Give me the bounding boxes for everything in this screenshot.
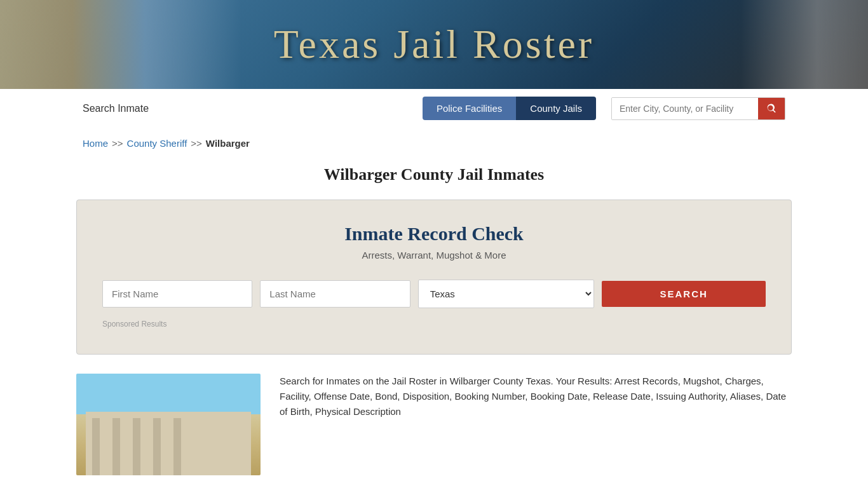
record-check-subtitle: Arrests, Warrant, Mugshot & More [102, 250, 766, 261]
breadcrumb-county-sheriff-link[interactable]: County Sheriff [127, 138, 187, 149]
record-check-box: Inmate Record Check Arrests, Warrant, Mu… [76, 200, 792, 355]
bottom-section: Search for Inmates on the Jail Roster in… [0, 355, 868, 488]
building-columns [92, 418, 245, 475]
page-title: Wilbarger County Jail Inmates [0, 159, 868, 200]
nav-buttons: Police Facilities County Jails [423, 97, 596, 120]
breadcrumb-current: Wilbarger [206, 138, 250, 149]
facility-search-button[interactable] [758, 98, 785, 119]
sponsored-results-label: Sponsored Results [102, 320, 766, 329]
search-inmate-label: Search Inmate [83, 103, 412, 114]
first-name-input[interactable] [102, 280, 252, 308]
building-image [76, 374, 261, 475]
state-select[interactable]: AlabamaAlaskaArizonaArkansasCaliforniaCo… [418, 280, 595, 308]
last-name-input[interactable] [260, 280, 410, 308]
header-banner: Texas Jail Roster [0, 0, 868, 89]
facility-search-input[interactable] [612, 98, 758, 119]
breadcrumb-sep-1: >> [112, 138, 123, 149]
breadcrumb: Home >> County Sheriff >> Wilbarger [0, 128, 868, 159]
county-jails-button[interactable]: County Jails [516, 97, 596, 120]
police-facilities-button[interactable]: Police Facilities [423, 97, 516, 120]
nav-search-wrapper [611, 97, 785, 120]
column-5 [173, 418, 181, 475]
breadcrumb-sep-2: >> [191, 138, 202, 149]
inmate-search-button[interactable]: SEARCH [602, 281, 766, 307]
search-icon [766, 103, 777, 114]
keys-background [741, 0, 868, 89]
nav-bar: Search Inmate Police Facilities County J… [0, 89, 868, 128]
column-1 [92, 418, 100, 475]
bottom-description: Search for Inmates on the Jail Roster in… [280, 374, 792, 419]
breadcrumb-home-link[interactable]: Home [83, 138, 108, 149]
search-form-row: AlabamaAlaskaArizonaArkansasCaliforniaCo… [102, 280, 766, 308]
column-4 [153, 418, 161, 475]
site-title: Texas Jail Roster [274, 21, 594, 68]
record-check-title: Inmate Record Check [102, 223, 766, 245]
column-2 [112, 418, 120, 475]
column-3 [133, 418, 140, 475]
capitol-background [0, 0, 241, 89]
